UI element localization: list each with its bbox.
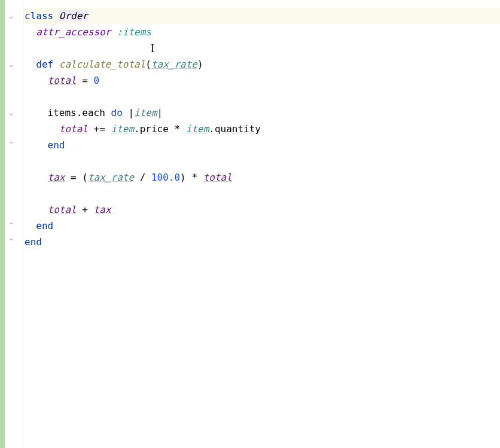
keyword: end	[48, 139, 65, 151]
code-line[interactable]: attr_accessor :items	[23, 24, 500, 40]
symbol: :items	[117, 26, 151, 38]
call: price	[140, 123, 169, 135]
code-line[interactable]: def calculate_total(tax_rate)	[23, 56, 500, 72]
code-line[interactable]: class Order	[23, 8, 500, 24]
code-line[interactable]: end	[23, 218, 500, 234]
number: 0	[94, 75, 100, 86]
fold-toggle-icon[interactable]: ⌄	[5, 56, 18, 72]
code-editor[interactable]: ⌄ ⌄ ⌄ ⌃ ⌃ ⌃ class Order attr_accessor :i…	[0, 0, 500, 448]
variable: total	[59, 123, 88, 135]
keyword: end	[25, 236, 42, 248]
fold-close-icon[interactable]: ⌃	[5, 137, 18, 153]
code-line[interactable]: total += item.price * item.quantity	[23, 121, 500, 137]
fold-close-icon[interactable]: ⌃	[5, 218, 18, 234]
code-line[interactable]: items.each do |item|	[23, 105, 500, 121]
keyword: def	[36, 59, 59, 70]
call: quantity	[215, 123, 261, 135]
param: tax_rate	[88, 172, 134, 183]
variable: tax	[48, 172, 65, 183]
block-var: item	[186, 123, 209, 135]
keyword: class	[25, 10, 59, 22]
variable: total	[48, 204, 77, 215]
block-var: item	[111, 123, 135, 135]
fold-toggle-icon[interactable]: ⌄	[5, 8, 18, 24]
keyword: end	[36, 220, 53, 231]
code-line[interactable]	[23, 89, 500, 105]
keyword: do	[111, 107, 123, 118]
fold-gutter[interactable]: ⌄ ⌄ ⌄ ⌃ ⌃ ⌃	[5, 0, 18, 448]
structure-gutter	[18, 0, 23, 448]
call: items	[48, 107, 77, 118]
fold-toggle-icon[interactable]: ⌄	[5, 105, 18, 121]
code-line[interactable]: total = 0	[23, 72, 500, 89]
class-name: Order	[59, 10, 88, 22]
number: 100.0	[151, 172, 180, 183]
fold-close-icon[interactable]: ⌃	[5, 234, 18, 250]
code-line[interactable]: tax = (tax_rate / 100.0) * total	[23, 169, 500, 185]
attr-accessor: attr_accessor	[36, 26, 111, 38]
block-var: item	[134, 107, 157, 118]
code-line[interactable]: end	[23, 137, 500, 153]
code-line[interactable]: total + tax	[23, 202, 500, 218]
code-line[interactable]: end	[23, 234, 500, 250]
code-line[interactable]: I	[23, 40, 500, 56]
text-cursor: I	[151, 43, 151, 54]
code-line[interactable]	[23, 185, 500, 202]
variable: total	[48, 75, 77, 86]
method-name: calculate_total	[59, 59, 146, 70]
code-line[interactable]	[23, 153, 500, 169]
variable: total	[203, 172, 232, 183]
call: each	[82, 107, 105, 118]
param: tax_rate	[151, 59, 197, 70]
code-area[interactable]: class Order attr_accessor :items I def c…	[23, 0, 500, 448]
diff-gutter	[0, 0, 5, 448]
variable: tax	[94, 204, 111, 215]
